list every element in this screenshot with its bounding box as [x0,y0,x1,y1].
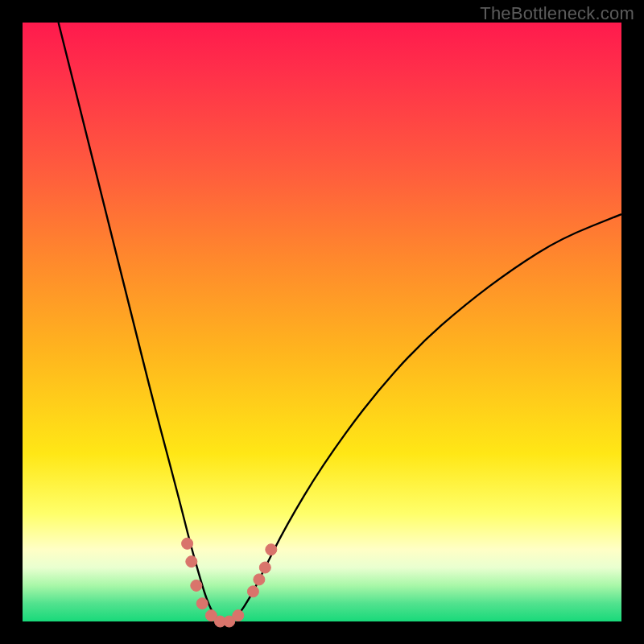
curve-marker [233,610,244,621]
curve-marker [247,586,258,597]
plot-area [23,23,621,621]
curve-layer [23,23,621,621]
curve-marker [266,544,277,555]
curve-marker [259,562,270,573]
chart-frame: TheBottleneck.com [0,0,644,644]
curve-markers [182,538,277,627]
curve-marker [182,538,193,549]
watermark-text: TheBottleneck.com [480,3,634,24]
curve-marker [254,574,265,585]
bottleneck-curve [59,23,621,621]
curve-marker [186,556,197,568]
curve-marker [196,598,208,609]
curve-marker [191,580,202,591]
